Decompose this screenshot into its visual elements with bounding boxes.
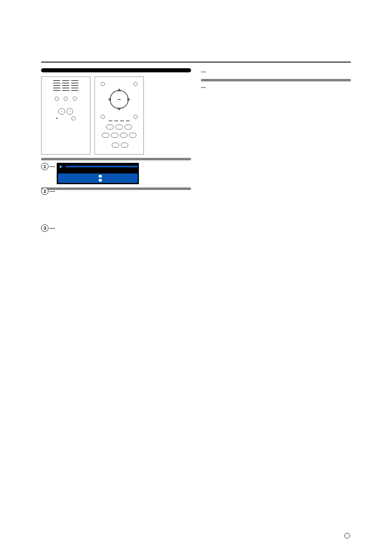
screen-head — [65, 166, 138, 167]
subheading-canbeset — [201, 79, 351, 81]
freeze-icon — [101, 82, 105, 86]
play-icon: ▶ — [60, 164, 63, 169]
remote-diagrams: + ^ ● — [41, 76, 191, 155]
note-tag — [201, 72, 206, 72]
control-screen-figure: 1 2 3 ▶ — [41, 163, 181, 184]
remote-right — [95, 76, 144, 155]
section-title-bar — [41, 68, 191, 72]
input-icon — [55, 97, 59, 101]
screen-footer — [58, 173, 138, 183]
dpad — [108, 88, 130, 111]
subheading-disc-menu-control — [41, 158, 191, 160]
note-tag — [201, 87, 206, 88]
menu-icon — [134, 82, 138, 86]
remote-btn — [71, 80, 78, 81]
remote-btn — [62, 80, 69, 81]
remote-btn — [53, 80, 60, 81]
remote-left: + ^ ● — [41, 76, 90, 155]
subheading-procedure — [41, 187, 191, 190]
header-rule — [41, 62, 351, 62]
page-footer — [344, 533, 351, 539]
lang-icon — [344, 533, 350, 539]
